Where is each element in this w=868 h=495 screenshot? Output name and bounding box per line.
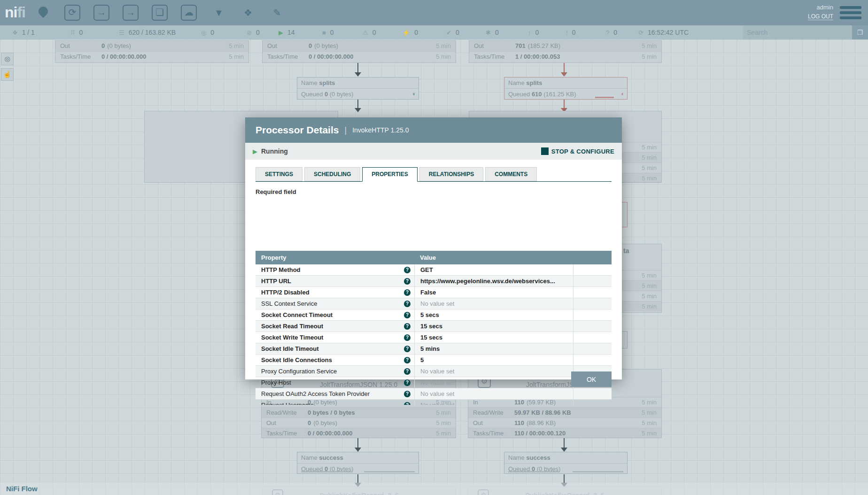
table-row[interactable]: Socket Read Timeout? 15 secs xyxy=(256,321,612,332)
running-icon: ▶ xyxy=(279,29,283,36)
load-balance-icon: ◐ xyxy=(621,90,625,97)
top-toolbar: nifi ⟳ → → ❏ ☁ ▼ ❖ ✎ admin LOG OUT xyxy=(0,0,868,25)
input-port-icon[interactable]: → xyxy=(93,5,109,21)
table-row[interactable]: Proxy Configuration Service? No value se… xyxy=(256,366,612,377)
table-row[interactable]: SSL Context Service? No value set xyxy=(256,298,612,309)
transmitting-icon: ◎ xyxy=(201,29,206,36)
process-group-icon[interactable]: ❏ xyxy=(152,5,168,21)
table-row[interactable]: HTTP/2 Disabled? False xyxy=(256,287,612,298)
disabled-status: ⚡0 xyxy=(403,25,418,39)
help-icon[interactable]: ? xyxy=(404,301,411,307)
tab-settings[interactable]: SETTINGS xyxy=(256,167,302,181)
property-value: False xyxy=(414,287,573,298)
help-icon[interactable]: ? xyxy=(404,289,411,296)
help-icon[interactable]: ? xyxy=(404,312,411,318)
property-value: 5 mins xyxy=(414,343,573,354)
exclamation-icon: ! xyxy=(566,29,568,36)
queued-list-icon: ☰ xyxy=(119,29,124,36)
property-value: No value set xyxy=(414,388,573,399)
help-icon[interactable]: ? xyxy=(404,391,411,397)
not-transmitting-status: ⊘0 xyxy=(247,25,260,39)
table-row[interactable]: Socket Idle Timeout? 5 mins xyxy=(256,343,612,355)
connected-nodes-status: ❖1 / 1 xyxy=(12,25,35,39)
help-icon[interactable]: ? xyxy=(404,267,411,273)
processor-icon[interactable]: ⟳ xyxy=(64,5,80,21)
table-row[interactable]: HTTP URL? https://www.pegelonline.wsv.de… xyxy=(256,276,612,287)
processor-top-right[interactable]: Out701(185.27 KB)5 min Tasks/Time1 / 00:… xyxy=(469,40,662,63)
dialog-status-row: ▶ Running ⚙ STOP & CONFIGURE xyxy=(245,143,622,160)
stop-and-configure-button[interactable]: ⚙ STOP & CONFIGURE xyxy=(541,147,614,155)
help-icon[interactable]: ? xyxy=(404,346,411,352)
property-value: No value set xyxy=(414,366,573,377)
help-icon[interactable]: ? xyxy=(404,402,411,405)
global-menu-icon[interactable] xyxy=(840,6,861,22)
asterisk-icon: ✱ xyxy=(486,29,491,36)
help-icon[interactable]: ? xyxy=(404,379,411,386)
table-row[interactable]: HTTP Method? GET xyxy=(256,264,612,276)
processor-top-middle[interactable]: Out0(0 bytes)5 min Tasks/Time0 / 00:00:0… xyxy=(262,40,456,63)
transmitting-status: ◎0 xyxy=(201,25,214,39)
remote-process-group-icon[interactable]: ☁ xyxy=(181,5,197,21)
table-row[interactable]: Socket Idle Connections? 5 xyxy=(256,355,612,366)
property-name: Socket Idle Timeout xyxy=(261,343,319,354)
dialog-header: Processor Details | InvokeHTTP 1.25.0 xyxy=(245,117,622,143)
property-value: 5 xyxy=(414,355,573,365)
funnel-icon[interactable]: ▼ xyxy=(211,5,227,21)
table-row[interactable]: Request OAuth2 Access Token Provider? No… xyxy=(256,388,612,400)
table-row[interactable]: Socket Write Timeout? 15 secs xyxy=(256,332,612,343)
help-icon[interactable]: ? xyxy=(404,368,411,375)
disabled-icon: ⚡ xyxy=(403,29,410,36)
connection-label-splits-right[interactable]: Name splits Queued 610 (161.25 KB) ◐ xyxy=(504,77,628,100)
output-port-icon[interactable]: → xyxy=(123,5,139,21)
property-name: Proxy Host xyxy=(261,377,291,388)
dialog-title: Processor Details xyxy=(256,124,339,136)
tab-scheduling[interactable]: SCHEDULING xyxy=(304,167,360,181)
nifi-drop-icon xyxy=(37,5,50,18)
properties-table: Property Value HTTP Method? GET HTTP URL… xyxy=(256,251,612,405)
logo-text-fi: fi xyxy=(17,4,25,21)
check-icon: ✔ xyxy=(446,29,451,36)
stale-status: ↑0 xyxy=(528,25,539,39)
threads-icon: ⠿ xyxy=(70,29,75,36)
operate-palette-icon[interactable]: ☝ xyxy=(1,68,14,81)
property-value: 15 secs xyxy=(414,332,573,343)
breadcrumb[interactable]: NiFi Flow xyxy=(6,483,38,495)
help-icon[interactable]: ? xyxy=(404,334,411,341)
property-column-header: Property xyxy=(256,251,414,264)
tab-relationships[interactable]: RELATIONSHIPS xyxy=(419,167,483,181)
play-icon: ▶ xyxy=(253,148,257,155)
running-status: ▶14 xyxy=(279,25,295,39)
property-value: No value set xyxy=(414,298,573,309)
table-row[interactable]: Request Username? No value set xyxy=(256,400,612,405)
property-name: HTTP/2 Disabled xyxy=(261,287,310,298)
refresh-icon[interactable]: ⟳ xyxy=(638,29,643,36)
template-icon[interactable]: ❖ xyxy=(240,5,256,21)
help-icon[interactable]: ? xyxy=(404,357,411,364)
property-name: SSL Context Service xyxy=(261,298,317,309)
property-name: Request OAuth2 Access Token Provider xyxy=(261,388,370,399)
tab-comments[interactable]: COMMENTS xyxy=(485,167,537,181)
dialog-subtitle: InvokeHTTP 1.25.0 xyxy=(352,126,409,134)
last-refresh-time[interactable]: ⟳16:52:42 UTC xyxy=(638,25,689,39)
help-icon[interactable]: ? xyxy=(404,323,411,330)
processor-top-left[interactable]: Out0(0 bytes)5 min Tasks/Time0 / 00:00:0… xyxy=(55,40,249,63)
connection-label-success-left[interactable]: Name success Queued 0 (0 bytes) xyxy=(297,452,419,474)
table-row[interactable]: Proxy Host? No value set xyxy=(256,377,612,388)
navigate-palette-icon[interactable]: ◎ xyxy=(1,53,14,65)
logout-link[interactable]: LOG OUT xyxy=(808,13,833,20)
label-icon[interactable]: ✎ xyxy=(269,5,285,21)
help-icon[interactable]: ? xyxy=(404,278,411,285)
arrow-up-icon: ↑ xyxy=(528,29,531,36)
search-input[interactable] xyxy=(743,25,852,39)
property-value: https://www.pegelonline.wsv.de/webservic… xyxy=(414,276,573,286)
property-value: No value set xyxy=(414,400,573,405)
property-value: No value set xyxy=(414,377,573,388)
status-bar: ❖1 / 1 ⠿0 ☰620 / 163.82 KB ◎0 ⊘0 ▶14 ■0 … xyxy=(0,25,868,39)
ok-button[interactable]: OK xyxy=(571,371,612,387)
table-row[interactable]: Socket Connect Timeout? 5 secs xyxy=(256,309,612,321)
connection-label-splits-left[interactable]: Name splits Queued 0 (0 bytes) ◐ xyxy=(297,77,419,100)
bulletin-icon[interactable]: ❐ xyxy=(852,25,868,39)
nifi-logo: nifi xyxy=(5,3,25,22)
connection-label-success-right[interactable]: Name success Queued 0 (0 bytes) xyxy=(504,452,628,474)
tab-properties[interactable]: PROPERTIES xyxy=(362,167,417,182)
